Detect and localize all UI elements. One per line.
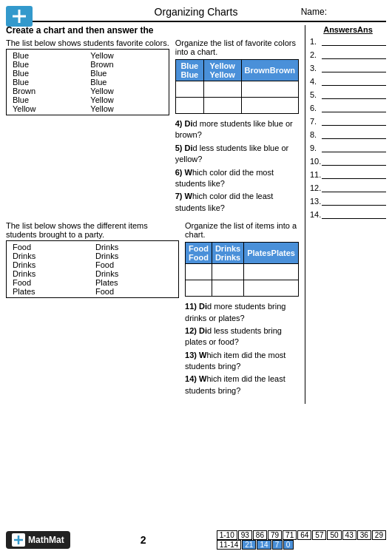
main-content: Create a chart and then answer the The l…: [6, 25, 386, 404]
section2-list-box: FoodDrinks DrinksDrinks DrinksFood Drink…: [6, 240, 179, 298]
section2-chart-table: Food Food Drinks Drinks PlatesPlates: [185, 242, 299, 297]
score-val: 64: [297, 530, 311, 540]
score-val-highlight: 7: [272, 540, 283, 550]
score-range-2: 11-14: [217, 540, 242, 550]
header-logo: [6, 6, 33, 27]
section1: Create a chart and then answer the The l…: [6, 25, 299, 215]
chart-header-row: Food Food Drinks Drinks PlatesPlates: [186, 243, 299, 264]
section1-instruction: Create a chart and then answer the: [6, 25, 299, 36]
list-item: BlueBlue: [10, 69, 166, 78]
answer-line-11: 11.: [310, 170, 386, 179]
score-range-1: 1-10: [217, 530, 237, 540]
chart-header-blue: Blue Blue: [175, 60, 203, 81]
page: Organizing Charts Name: Create a chart a…: [0, 0, 392, 554]
name-label: Name:: [301, 7, 327, 17]
answer-line-5: 5.: [310, 90, 386, 99]
answer-line-8: 8.: [310, 130, 386, 139]
chart-cell[interactable]: [203, 98, 241, 114]
score-val: 50: [327, 530, 341, 540]
chart-header-row: Blue Blue Yellow Yellow BrownBrown: [175, 60, 298, 81]
section2: The list below shows the different items…: [6, 221, 299, 398]
chart-row: [175, 81, 298, 98]
chart-header-yellow: Yellow Yellow: [203, 60, 241, 81]
section1-list-container: The list below shows students favorite c…: [6, 38, 169, 115]
chart-cell[interactable]: [212, 280, 243, 297]
list-item: FoodPlates: [10, 278, 175, 287]
chart-header-plates: PlatesPlates: [244, 243, 299, 264]
answer-line-14: 14.: [310, 210, 386, 219]
list-item: BlueYellow: [10, 95, 166, 104]
score-row-1: 1-10 93 86 79 71 64 57 50 43 36 29: [217, 530, 386, 540]
chart-cell[interactable]: [186, 264, 212, 280]
section2-list-table: FoodDrinks DrinksDrinks DrinksFood Drink…: [10, 243, 175, 296]
answers-panel: AnswersAns 1. 2. 3. 4. 5.: [305, 25, 386, 404]
chart-cell[interactable]: [212, 264, 243, 280]
score-val: 79: [268, 530, 282, 540]
question-5: 5) Did less students like blue or yellow…: [175, 143, 299, 166]
chart-row: [175, 98, 298, 114]
page-title: Organizing Charts: [155, 6, 238, 18]
list-item: BlueBlue: [10, 78, 166, 87]
chart-cell[interactable]: [175, 98, 203, 114]
chart-row: [186, 264, 299, 280]
chart-cell[interactable]: [203, 81, 241, 98]
left-panel: Create a chart and then answer the The l…: [6, 25, 302, 404]
chart-cell[interactable]: [186, 280, 212, 297]
section1-list-box: BlueYellow BlueBrown BlueBlue BlueBlue B…: [6, 49, 169, 115]
section1-list-table: BlueYellow BlueBrown BlueBlue BlueBlue B…: [10, 51, 166, 113]
list-item: BrownYellow: [10, 87, 166, 95]
answer-line-2: 2.: [310, 50, 386, 59]
answer-line-4: 4.: [310, 77, 386, 86]
section1-chart-section: Organize the list of favorite colors int…: [175, 38, 299, 215]
question-14: 14) Which item did the least students br…: [185, 374, 299, 396]
question-4: 4) Did more students like blue or brown?: [175, 118, 299, 141]
list-item: DrinksFood: [10, 260, 175, 269]
answer-line-1: 1.: [310, 37, 386, 46]
answer-line-10: 10.: [310, 157, 386, 166]
section2-questions: 11) Did more students bring drinks or pl…: [185, 301, 299, 396]
chart-cell[interactable]: [244, 264, 299, 280]
answer-line-12: 12.: [310, 183, 386, 192]
score-val-highlight: 0: [283, 540, 294, 550]
section2-list-container: The list below shows the different items…: [6, 221, 179, 298]
answer-line-9: 9.: [310, 143, 386, 152]
list-item: FoodDrinks: [10, 243, 175, 251]
answer-line-3: 3.: [310, 64, 386, 72]
chart-cell[interactable]: [241, 81, 298, 98]
answer-line-7: 7.: [310, 117, 386, 126]
header: Organizing Charts Name:: [6, 6, 386, 22]
section2-chart-instruction: Organize the list of items into a chart.: [185, 221, 299, 239]
list-item: DrinksDrinks: [10, 269, 175, 278]
question-13: 13) Which item did the most students bri…: [185, 350, 299, 373]
section2-chart-section: Organize the list of items into a chart.…: [185, 221, 299, 398]
score-row-2: 11-14 21 14 7 0: [217, 540, 386, 550]
chart-cell[interactable]: [241, 98, 298, 114]
question-11: 11) Did more students bring drinks or pl…: [185, 301, 299, 324]
chart-header-food: Food Food: [186, 243, 212, 264]
question-7: 7) Which color did the least students li…: [175, 191, 299, 214]
section1-questions: 4) Did more students like blue or brown?…: [175, 118, 299, 214]
question-6: 6) Which color did the most students lik…: [175, 167, 299, 190]
score-val: 29: [372, 530, 386, 540]
section2-list-desc: The list below shows the different items…: [6, 221, 179, 239]
chart-cell[interactable]: [244, 280, 299, 297]
answers-header: AnswersAns: [310, 25, 386, 34]
score-val: 86: [253, 530, 267, 540]
list-item: YellowYellow: [10, 104, 166, 113]
score-table: 1-10 93 86 79 71 64 57 50 43 36 29 11-14…: [217, 530, 386, 550]
page-number: 2: [141, 534, 146, 546]
score-val: 36: [357, 530, 371, 540]
section1-body: The list below shows students favorite c…: [6, 38, 299, 215]
answer-line-13: 13.: [310, 197, 386, 206]
list-item: BlueYellow: [10, 51, 166, 60]
list-item: DrinksDrinks: [10, 251, 175, 260]
score-val: 57: [312, 530, 326, 540]
chart-cell[interactable]: [175, 81, 203, 98]
score-val: 43: [342, 530, 356, 540]
score-val-highlight: 21: [242, 540, 256, 550]
footer-logo: MathMat: [6, 531, 70, 549]
score-val-highlight: 14: [257, 540, 271, 550]
section1-list-desc: The list below shows students favorite c…: [6, 38, 169, 47]
section1-chart-table: Blue Blue Yellow Yellow BrownBrown: [175, 59, 299, 114]
logo-text: MathMat: [28, 535, 64, 545]
